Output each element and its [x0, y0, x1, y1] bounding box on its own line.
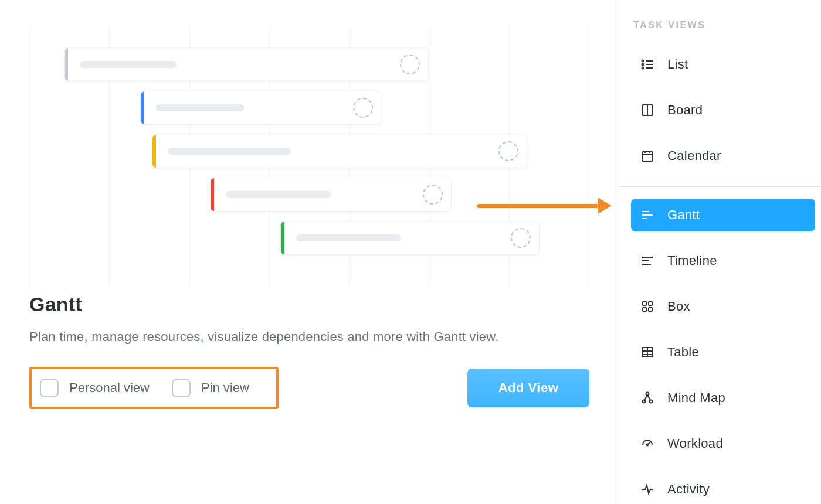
preview-bar [152, 135, 527, 168]
view-item-label: Gantt [667, 207, 700, 223]
svg-line-30 [647, 395, 650, 400]
add-view-button[interactable]: Add View [467, 369, 589, 407]
table-icon [639, 344, 656, 360]
svg-point-26 [646, 393, 649, 396]
svg-rect-18 [643, 302, 646, 305]
view-item-gantt[interactable]: Gantt [631, 199, 815, 231]
svg-rect-21 [649, 308, 652, 311]
view-item-workload[interactable]: Workload [631, 427, 815, 460]
view-item-activity[interactable]: Activity [631, 473, 815, 504]
view-item-label: Workload [667, 436, 723, 451]
svg-point-27 [643, 400, 646, 403]
board-icon [639, 102, 656, 118]
view-title: Gantt [29, 293, 589, 316]
view-item-table[interactable]: Table [631, 336, 815, 369]
preview-bar [211, 178, 451, 211]
svg-point-28 [650, 400, 653, 403]
view-item-list[interactable]: List [631, 48, 815, 81]
view-item-label: Box [667, 299, 690, 314]
view-item-box[interactable]: Box [631, 290, 815, 323]
svg-line-29 [644, 395, 647, 400]
view-item-label: List [667, 57, 688, 72]
preview-bar [281, 222, 539, 254]
svg-point-4 [642, 67, 644, 69]
pin-view-checkbox[interactable]: Pin view [172, 379, 249, 397]
mindmap-icon [639, 390, 656, 406]
svg-rect-8 [642, 152, 653, 161]
view-item-label: Table [667, 345, 699, 360]
gantt-icon [639, 207, 656, 223]
preview-bar [141, 91, 381, 124]
personal-view-checkbox[interactable]: Personal view [40, 379, 150, 397]
pin-view-label: Pin view [201, 380, 249, 396]
view-item-mindmap[interactable]: Mind Map [631, 382, 815, 414]
view-options-highlight: Personal view Pin view [29, 367, 279, 409]
preview-bar [65, 48, 428, 81]
panel-heading: TASK VIEWS [633, 20, 815, 30]
view-item-calendar[interactable]: Calendar [631, 139, 815, 172]
view-item-label: Mind Map [667, 390, 725, 406]
svg-rect-19 [649, 302, 652, 305]
svg-rect-20 [643, 308, 646, 311]
view-description: Plan time, manage resources, visualize d… [29, 326, 534, 347]
menu-separator [619, 186, 821, 187]
gantt-preview [29, 27, 589, 285]
workload-icon [639, 435, 656, 452]
timeline-icon [639, 253, 656, 269]
view-item-label: Timeline [667, 253, 717, 268]
view-item-timeline[interactable]: Timeline [631, 244, 815, 277]
view-item-label: Activity [667, 482, 710, 497]
box-icon [639, 298, 656, 315]
view-item-board[interactable]: Board [631, 94, 815, 127]
calendar-icon [639, 148, 656, 164]
list-icon [639, 56, 656, 73]
svg-point-2 [642, 64, 644, 66]
view-item-label: Calendar [667, 148, 721, 164]
svg-point-0 [642, 60, 644, 62]
task-views-menu: List Board Calendar Gantt [631, 48, 815, 504]
activity-icon [639, 481, 656, 498]
task-views-panel: TASK VIEWS List Board Calendar [619, 0, 821, 504]
view-item-label: Board [667, 103, 703, 118]
personal-view-label: Personal view [69, 380, 150, 396]
